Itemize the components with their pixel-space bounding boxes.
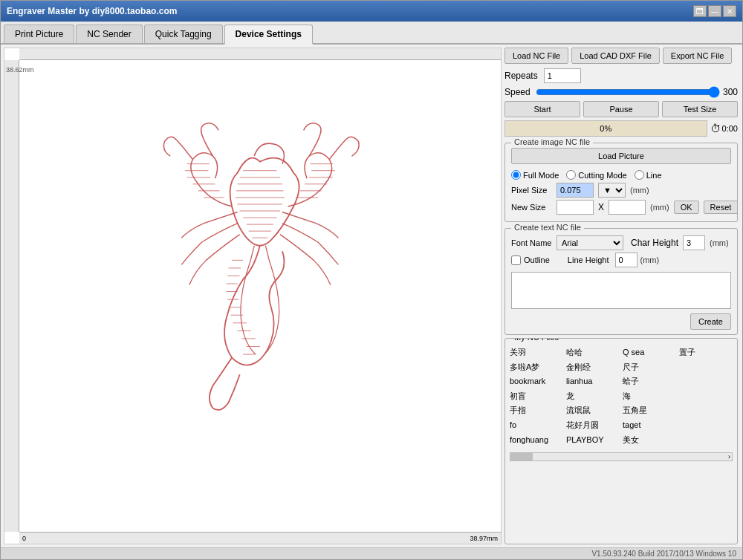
file-buttons-row: Load NC File Load CAD DXF File Export NC… [504,48,738,64]
font-name-label: Font Name [511,238,552,247]
list-item[interactable]: 海 [623,390,676,403]
list-item[interactable]: 美女 [623,434,676,447]
clock-icon: ⏱ [710,123,721,134]
text-input[interactable] [511,272,731,309]
minimize-button[interactable]: 🗖 [693,5,707,17]
list-item[interactable]: 花好月圆 [566,419,620,432]
right-panel: Load NC File Load CAD DXF File Export NC… [504,45,742,547]
load-nc-file-button[interactable]: Load NC File [504,48,568,64]
list-item[interactable]: fo [510,419,563,432]
main-content: 38.97 mm X 38.62 mm [1,45,742,547]
start-button[interactable]: Start [504,101,580,117]
pause-button[interactable]: Pause [583,101,659,117]
char-height-label: Char Height [631,238,678,248]
tab-quick-tagging[interactable]: Quick Tagging [144,25,223,43]
char-height-input[interactable] [683,235,705,250]
nc-files-group: My NC Files 关羽 哈哈 Q sea 置子 多啦A梦 金刚经 尺子 b… [504,338,738,544]
char-height-unit: (mm) [710,238,729,247]
ok-button[interactable]: OK [674,201,699,214]
list-item[interactable]: 五角星 [623,404,676,417]
list-item[interactable] [679,419,733,432]
tab-nc-sender[interactable]: NC Sender [76,25,142,43]
list-item[interactable]: 置子 [679,346,733,359]
nc-files-scrollbar[interactable]: › [510,452,733,461]
maximize-button[interactable]: — [708,5,721,17]
scorpion-image [31,72,489,520]
tab-device-settings[interactable]: Device Settings [224,25,313,45]
nc-files-title: My NC Files [511,338,562,342]
full-mode-radio[interactable]: Full Mode [511,170,559,180]
reset-button[interactable]: Reset [704,201,739,214]
tab-print-picture[interactable]: Print Picture [4,25,74,43]
list-item[interactable] [679,375,733,388]
timer: ⏱ 0:00 [710,123,738,134]
tab-bar: Print Picture NC Sender Quick Tagging De… [1,22,742,45]
list-item[interactable]: 关羽 [510,346,563,359]
speed-slider[interactable] [536,86,720,98]
list-item[interactable]: 流氓鼠 [566,404,620,417]
pixel-size-input[interactable] [557,183,594,198]
list-item[interactable]: fonghuang [510,434,563,447]
pixel-size-row: Pixel Size ▼ (mm) [511,183,731,198]
repeats-input[interactable] [544,68,581,83]
list-item[interactable]: 多啦A梦 [510,361,563,374]
list-item[interactable]: PLAYBOY [566,434,620,447]
line-height-unit: (mm) [640,255,660,264]
list-item[interactable]: 蛤子 [623,375,676,388]
version-text: V1.50.93.240 Build 2017/10/13 Windows 10 [591,550,736,558]
create-image-nc-title: Create image NC file [511,137,593,146]
nc-files-list: 关羽 哈哈 Q sea 置子 多啦A梦 金刚经 尺子 bookmark lian… [510,346,733,446]
list-item[interactable]: 哈哈 [566,346,620,359]
create-text-nc-title: Create text NC file [511,223,584,232]
ruler-left-label: 38.62mm [6,66,34,74]
list-item[interactable] [679,390,733,403]
new-size-x-input[interactable] [557,200,594,215]
outline-checkbox[interactable] [511,255,521,265]
test-size-button[interactable]: Test Size [662,101,738,117]
list-item[interactable]: 金刚经 [566,361,620,374]
control-row: Start Pause Test Size [504,101,738,117]
export-nc-button[interactable]: Export NC File [663,48,733,64]
progress-bar: 0% [504,120,707,137]
list-item[interactable]: 手指 [510,404,563,417]
load-picture-button[interactable]: Load Picture [511,148,731,164]
pixel-size-label: Pixel Size [511,186,552,195]
font-select[interactable]: Arial Times New Roman Courier New [557,235,623,250]
create-button[interactable]: Create [690,313,731,330]
new-size-unit: (mm) [650,203,669,212]
list-item[interactable]: 初盲 [510,390,563,403]
new-size-y-input[interactable] [609,200,646,215]
line-height-input[interactable] [615,253,637,267]
list-item[interactable] [679,434,733,447]
ruler-top [19,48,501,60]
speed-value: 300 [723,87,738,97]
list-item[interactable]: taget [623,419,676,432]
speed-label: Speed [504,87,533,97]
version-bar: V1.50.93.240 Build 2017/10/13 Windows 10 [1,547,742,559]
new-size-label: New Size [511,203,552,212]
list-item[interactable]: bookmark [510,375,563,388]
list-item[interactable]: Q sea [623,346,676,359]
title-bar: Engraver Master by diy8000.taobao.com 🗖 … [1,1,742,22]
scrollbar-bottom[interactable]: 38.97mm 0 [19,532,501,544]
font-name-row: Font Name Arial Times New Roman Courier … [511,235,731,250]
list-item[interactable] [679,361,733,374]
speed-slider-container: 300 [536,86,738,98]
pixel-size-select[interactable]: ▼ [598,183,626,198]
canvas-area: 38.97 mm X 38.62 mm [4,48,502,544]
list-item[interactable]: 龙 [566,390,620,403]
progress-bar-container: 0% ⏱ 0:00 [504,120,738,137]
close-button[interactable]: ✕ [723,5,736,17]
line-mode-radio[interactable]: Line [635,170,662,180]
cutting-mode-radio[interactable]: Cutting Mode [566,170,626,180]
new-size-row: New Size X (mm) OK Reset [511,200,731,215]
speed-row: Speed 300 [504,86,738,98]
list-item[interactable]: 尺子 [623,361,676,374]
progress-label: 0% [600,124,611,133]
pixel-size-unit: (mm) [630,186,649,195]
main-window: Engraver Master by diy8000.taobao.com 🗖 … [0,0,743,560]
load-cad-dxf-button[interactable]: Load CAD DXF File [571,48,660,64]
ruler-bottom-label: 38.97mm [470,535,498,542]
list-item[interactable] [679,404,733,417]
list-item[interactable]: lianhua [566,375,620,388]
